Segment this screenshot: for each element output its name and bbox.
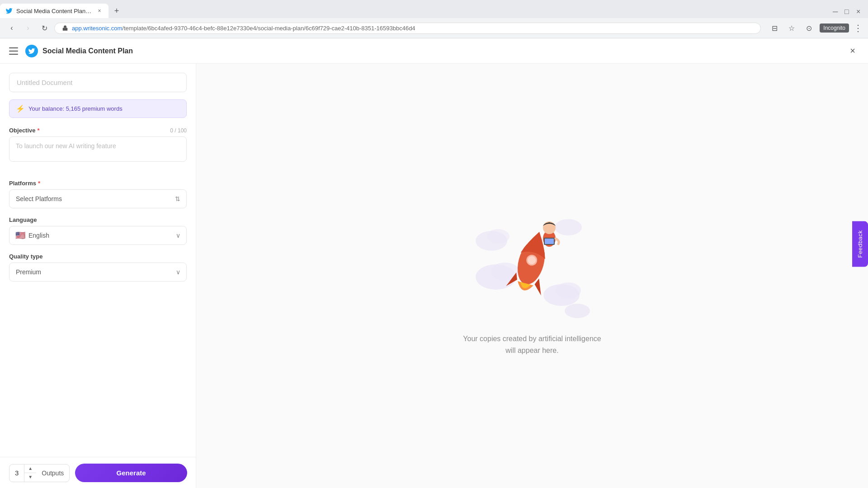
bookmark-btn[interactable]: ☆ [785, 22, 798, 34]
app-logo [25, 45, 38, 57]
placeholder-text: Your copies created by artificial intell… [463, 333, 601, 356]
app-title: Social Media Content Plan [42, 47, 846, 55]
app-header: Social Media Content Plan × [0, 38, 868, 64]
minimize-btn[interactable]: ─ [833, 8, 839, 14]
svg-rect-15 [545, 239, 554, 244]
outputs-label: Outputs [36, 469, 69, 477]
quality-select-wrapper: Premium Economy ∨ [9, 263, 187, 282]
hamburger-menu[interactable] [9, 46, 20, 56]
platforms-field-group: Platforms * Select Platforms Twitter Fac… [9, 180, 187, 208]
main-layout: ⚡ Your balance: 5,165 premium words Obje… [0, 64, 868, 488]
generate-btn[interactable]: Generate [75, 464, 187, 482]
feedback-wrapper: Feedback [852, 221, 868, 267]
tab-favicon [5, 7, 13, 14]
quality-select[interactable]: Premium Economy [9, 263, 187, 282]
objective-label: Objective * 0 / 100 [9, 127, 187, 134]
platforms-select-wrapper: Select Platforms Twitter Facebook Instag… [9, 189, 187, 208]
balance-badge: ⚡ Your balance: 5,165 premium words [9, 99, 187, 118]
quality-field-group: Quality type Premium Economy ∨ [9, 253, 187, 282]
tab-close-btn[interactable]: × [96, 7, 103, 14]
browser-chrome: Social Media Content Plan | Writ... × + … [0, 0, 868, 38]
header-close-btn[interactable]: × [846, 45, 859, 57]
outputs-arrows: ▲ ▼ [24, 465, 36, 482]
incognito-badge[interactable]: Incognito [820, 23, 849, 33]
outputs-number: 3 [9, 465, 24, 482]
svg-rect-0 [63, 28, 68, 30]
left-panel: ⚡ Your balance: 5,165 premium words Obje… [0, 64, 196, 488]
rocket-illustration [469, 196, 595, 322]
url-text: app.writesonic.com/template/6bc4afed-937… [72, 25, 415, 32]
bottom-bar: 3 ▲ ▼ Outputs Generate [0, 457, 196, 488]
close-window-btn[interactable]: × [856, 8, 863, 14]
language-field-group: Language 🇺🇸 English Spanish French ∨ [9, 216, 187, 245]
platforms-required: * [38, 180, 40, 187]
tab-title: Social Media Content Plan | Writ... [16, 8, 92, 14]
profile-btn[interactable]: ⊙ [802, 22, 815, 34]
lock-icon [62, 25, 68, 31]
menu-dots[interactable]: ⋮ [854, 23, 863, 33]
language-select-wrapper: 🇺🇸 English Spanish French ∨ [9, 226, 187, 245]
refresh-btn[interactable]: ↻ [38, 22, 51, 34]
address-bar-row: ‹ › ↻ app.writesonic.com/template/6bc4af… [0, 18, 868, 38]
doc-title-input[interactable] [9, 73, 187, 92]
outputs-decrement-btn[interactable]: ▼ [24, 473, 36, 482]
svg-point-4 [556, 282, 581, 299]
address-bar[interactable]: app.writesonic.com/template/6bc4afed-937… [54, 23, 761, 34]
right-panel: Your copies created by artificial intell… [196, 64, 868, 488]
cast-btn[interactable]: ⊟ [768, 22, 781, 34]
balance-text: Your balance: 5,165 premium words [28, 105, 123, 112]
platforms-label: Platforms * [9, 180, 187, 187]
illustration-area: Your copies created by artificial intell… [463, 196, 601, 356]
window-controls: ─ □ × [833, 8, 868, 14]
platforms-select[interactable]: Select Platforms Twitter Facebook Instag… [9, 189, 187, 208]
objective-char-count: 0 / 100 [170, 127, 187, 134]
tab-bar: Social Media Content Plan | Writ... × + … [0, 0, 868, 18]
feedback-btn[interactable]: Feedback [852, 221, 868, 267]
placeholder-line1: Your copies created by artificial intell… [463, 333, 601, 345]
back-btn[interactable]: ‹ [5, 22, 18, 34]
new-tab-btn[interactable]: + [110, 5, 123, 17]
language-label: Language [9, 216, 187, 223]
placeholder-line2: will appear here. [463, 345, 601, 357]
outputs-increment-btn[interactable]: ▲ [24, 465, 36, 474]
objective-required: * [38, 127, 40, 134]
svg-point-6 [487, 229, 509, 244]
active-tab[interactable]: Social Media Content Plan | Writ... × [0, 4, 108, 18]
objective-field-group: Objective * 0 / 100 [9, 127, 187, 172]
svg-point-7 [555, 219, 582, 235]
svg-point-8 [565, 304, 590, 318]
language-select[interactable]: English Spanish French [9, 226, 187, 245]
objective-textarea[interactable] [9, 136, 187, 162]
maximize-btn[interactable]: □ [844, 8, 851, 14]
lightning-icon: ⚡ [16, 104, 25, 113]
forward-btn[interactable]: › [22, 22, 34, 34]
quality-label: Quality type [9, 253, 187, 260]
outputs-counter: 3 ▲ ▼ Outputs [9, 464, 70, 482]
browser-actions: ⊟ ☆ ⊙ Incognito ⋮ [768, 22, 863, 34]
